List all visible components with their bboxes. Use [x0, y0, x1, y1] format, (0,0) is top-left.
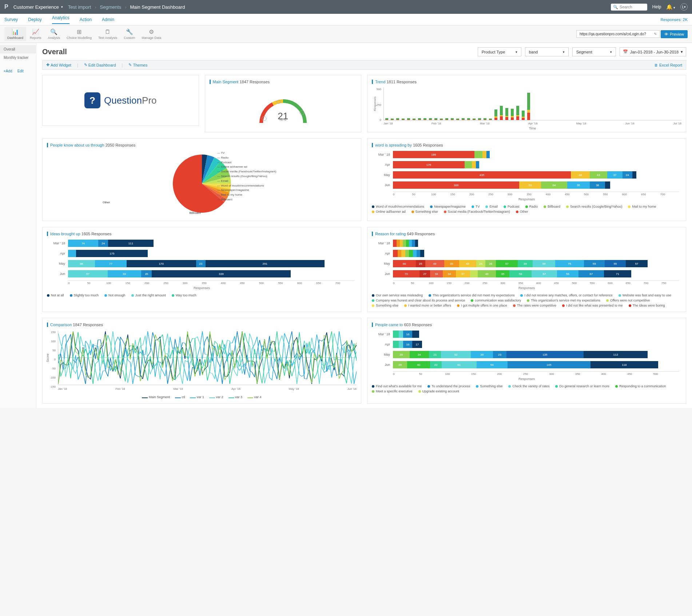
trend-bar[interactable] [489, 119, 492, 120]
legend-item[interactable]: Newspaper/magazine [430, 205, 466, 208]
legend-item[interactable]: Not at all [47, 293, 64, 297]
trend-bar[interactable] [413, 119, 415, 120]
trend-bar[interactable] [505, 108, 508, 120]
hbar-track[interactable]: 175 [68, 250, 354, 257]
legend-item[interactable]: Something else [372, 304, 398, 307]
trend-bar[interactable] [527, 93, 530, 120]
legend-item[interactable]: TV [472, 205, 480, 208]
sidebar-item-overall[interactable]: Overall [0, 45, 36, 53]
nav-survey[interactable]: Survey [4, 17, 18, 22]
preview-button[interactable]: 👁 Preview [661, 30, 688, 38]
legend-item[interactable]: Find out what's available for me [372, 384, 422, 388]
dashboard-url[interactable]: https://qa.questionpro.com/a/cxLogin.do?… [576, 30, 660, 38]
legend-item[interactable]: Something else [411, 210, 438, 213]
trend-bar[interactable] [473, 119, 476, 120]
legend-item[interactable]: The rates were competitive [513, 304, 556, 307]
tool-dashboard[interactable]: 📊Dashboard [4, 27, 26, 41]
legend-item[interactable]: Email [485, 205, 498, 208]
trend-bar[interactable] [456, 119, 459, 120]
nav-analytics[interactable]: Analytics [52, 15, 69, 24]
legend-item[interactable]: Social media (Facebook/Twitter/Instagram… [444, 210, 510, 213]
legend-item[interactable]: I got multiple offers in one place [457, 304, 507, 307]
legend-item[interactable]: Something else [476, 384, 502, 388]
tool-manage-data[interactable]: ⚙Manage Data [139, 27, 164, 41]
hbar-track[interactable] [393, 240, 679, 247]
filter-segment[interactable]: Segment [572, 47, 616, 56]
notifications-icon[interactable]: 🔔 [666, 4, 675, 10]
help-link[interactable]: Help [652, 4, 661, 9]
legend-item[interactable]: Company was honest and clear about its p… [372, 299, 465, 302]
trend-bar[interactable] [445, 118, 448, 120]
user-avatar[interactable]: L [680, 3, 688, 11]
tool-text-analysis[interactable]: 🗒Text Analysis [95, 27, 120, 41]
trend-bar[interactable] [396, 118, 399, 120]
legend-item[interactable]: Offers were not competitive [606, 299, 650, 302]
legend-item[interactable]: This organization's service met my expec… [527, 299, 600, 302]
trend-bar[interactable] [385, 118, 388, 120]
trend-bar[interactable] [440, 119, 443, 120]
legend-item[interactable]: I did not receive any matches, offers, o… [520, 293, 612, 297]
hbar-track[interactable]: 702734343748355867566771 [393, 270, 679, 277]
hbar-track[interactable]: 978226339 [68, 270, 354, 277]
legend-item[interactable]: Just the right amount [131, 293, 166, 297]
sidebar-item-monthly-tracker[interactable]: Monthly tracker [0, 53, 36, 62]
themes-button[interactable]: ✎ Themes [128, 63, 147, 67]
legend-item[interactable]: Responding to a communication [615, 384, 666, 388]
legend-item[interactable]: This organization's service did not meet… [429, 293, 514, 297]
legend-item[interactable]: Website was fast and easy to use [619, 293, 671, 297]
hbar-track[interactable]: 199 [393, 151, 679, 158]
nav-action[interactable]: Action [80, 17, 92, 22]
trend-bar[interactable] [494, 109, 497, 120]
trend-bar[interactable] [418, 118, 421, 120]
global-search[interactable]: 🔍 Search [611, 4, 647, 11]
trend-bar[interactable] [462, 118, 465, 120]
edit-dashboard-button[interactable]: ✎ Edit Dashboard [84, 63, 116, 67]
legend-item[interactable]: Way too much [172, 293, 196, 297]
hbar-track[interactable]: 175 [393, 161, 679, 168]
hbar-track[interactable]: 1617 [393, 341, 679, 348]
legend-item[interactable]: Do general research or learn more [555, 384, 609, 388]
trend-bar[interactable] [429, 118, 432, 120]
legend-item[interactable]: The ideas were boring [629, 304, 665, 307]
legend-item[interactable]: var 2 [209, 395, 223, 399]
legend-item[interactable]: Check the variety of rates [508, 384, 549, 388]
trend-bar[interactable] [434, 118, 437, 120]
hbar-track[interactable]: 30953645538 [393, 181, 679, 189]
trend-bar[interactable] [407, 118, 410, 120]
edit-url-icon[interactable]: ✎ [654, 32, 657, 36]
legend-item[interactable]: communication was satisfactory [471, 299, 521, 302]
legend-item[interactable]: Not enough [104, 293, 126, 297]
hbar-track[interactable]: 6025493945242857395975555557 [393, 260, 679, 267]
tool-custom[interactable]: 🔧Custom [121, 27, 138, 41]
breadcrumb-1[interactable]: Test import [68, 4, 91, 10]
legend-item[interactable]: var 1 [190, 395, 204, 399]
hbar-track[interactable]: 2540206154145118 [393, 361, 679, 368]
product-switcher[interactable]: Customer Experience [13, 4, 63, 10]
legend-item[interactable]: Meet a specific executive [372, 389, 413, 393]
trend-bar[interactable] [391, 119, 394, 120]
sidebar-edit[interactable]: Edit [17, 69, 24, 73]
responses-count[interactable]: Responses: 2K [660, 17, 688, 22]
legend-item[interactable]: Podcast [504, 205, 520, 208]
sidebar-add[interactable]: +Add [4, 69, 12, 73]
hbar-track[interactable]: 293421523923135112 [393, 351, 679, 358]
legend-item[interactable]: Mail to my home [628, 205, 656, 208]
hbar-track[interactable]: 7424111 [68, 240, 354, 247]
trend-bar[interactable] [478, 118, 481, 120]
legend-item[interactable]: I did not like what was presented to me [562, 304, 623, 307]
trend-bar[interactable] [516, 106, 519, 120]
hbar-track[interactable] [393, 250, 679, 257]
legend-item[interactable]: Search results (Google/Bing/Yahoo) [566, 205, 622, 208]
trend-bar[interactable] [522, 111, 525, 120]
legend-item[interactable]: I wanted more or better offers [404, 304, 451, 307]
trend-bar[interactable] [467, 118, 470, 120]
legend-item[interactable]: To understand the process [427, 384, 470, 388]
filter-daterange[interactable]: 📅Jan-01-2018 - Jun-30-2018▾ [620, 47, 686, 56]
legend-item[interactable]: Slightly too much [70, 293, 99, 297]
legend-item[interactable]: Other [516, 210, 528, 213]
trend-bar[interactable] [402, 119, 405, 120]
tool-choice-modelling[interactable]: ⊞Choice Modelling [64, 27, 95, 41]
legend-item[interactable]: var 3 [228, 395, 243, 399]
legend-item[interactable]: ctl [175, 395, 185, 399]
excel-report-button[interactable]: 🗎 Excel Report [654, 63, 682, 67]
